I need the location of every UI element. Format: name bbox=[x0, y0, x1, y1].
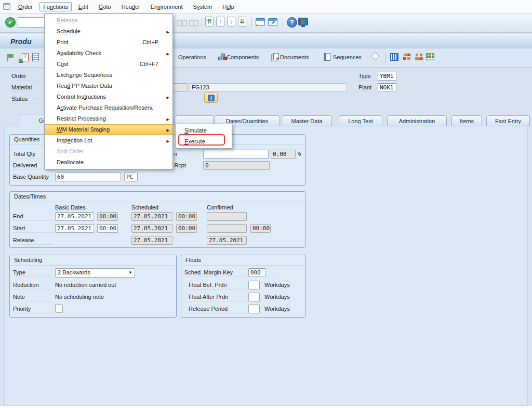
plant-field: NOK1 bbox=[378, 83, 396, 92]
release-order-icon[interactable] bbox=[5, 53, 16, 63]
tab-items[interactable]: Items bbox=[451, 115, 482, 126]
sequences-icon bbox=[324, 53, 330, 61]
first-page-icon[interactable] bbox=[205, 17, 214, 27]
menu-item-label: Cost bbox=[57, 59, 69, 70]
menu-item-label: Schedule bbox=[57, 26, 81, 37]
page-up-icon[interactable] bbox=[216, 17, 224, 27]
customize-layout-icon[interactable] bbox=[298, 18, 308, 25]
quantities-group-title: Quantities bbox=[14, 136, 40, 142]
help-icon[interactable] bbox=[287, 17, 297, 28]
float-bef-prdn-input[interactable] bbox=[248, 281, 260, 289]
floats-group: Floats Sched. Margin Key000Float Bef. Pr… bbox=[181, 255, 305, 318]
menu-item-print[interactable]: PrintCtrl+P bbox=[45, 37, 172, 48]
table-view-icon[interactable] bbox=[426, 53, 434, 60]
plant-label: Plant bbox=[358, 84, 376, 92]
documents-icon bbox=[271, 53, 279, 61]
menubar-item-order[interactable]: Order bbox=[15, 2, 36, 11]
start-label: Start bbox=[13, 225, 52, 233]
capacity-chart-icon[interactable] bbox=[390, 53, 398, 61]
start-scheduled-date-field: 27.05.2021 bbox=[131, 224, 172, 233]
menu-item-label: Deallocate bbox=[57, 157, 84, 168]
sap-window-icon[interactable] bbox=[3, 3, 10, 10]
sched-margin-key-input[interactable]: 000 bbox=[248, 268, 266, 277]
toolbar-separator bbox=[283, 18, 283, 28]
menubar-item-help[interactable]: Help bbox=[219, 2, 238, 11]
start-scheduled-time-field: 00:00 bbox=[176, 224, 197, 233]
submenu-arrow-icon: ▶ bbox=[167, 92, 169, 103]
hierarchy-icon[interactable] bbox=[403, 53, 414, 63]
start-basic-date-input[interactable]: 27.05.2021 bbox=[55, 224, 94, 233]
toolbar-button-components[interactable]: Components bbox=[227, 54, 259, 63]
personnel-icon[interactable] bbox=[415, 53, 425, 63]
menu-item-deallocate[interactable]: Deallocate bbox=[45, 157, 172, 168]
type-label: Type bbox=[358, 73, 376, 81]
menu-item-exchange-sequences[interactable]: Exchange Sequences bbox=[45, 70, 172, 81]
menu-item-availability-check[interactable]: Availability Check▶ bbox=[45, 48, 172, 59]
end-basic-date-input[interactable]: 27.05.2021 bbox=[55, 212, 94, 221]
scheduling-type-dropdown[interactable]: 2 Backwards bbox=[55, 268, 135, 278]
end-scheduled-date-field: 27.05.2021 bbox=[131, 212, 172, 221]
menubar-item-environment[interactable]: Environment bbox=[147, 2, 187, 11]
release-label: Release bbox=[13, 237, 52, 245]
find-next-icon[interactable] bbox=[188, 17, 198, 28]
create-shortcut-icon[interactable] bbox=[268, 18, 277, 26]
basic-dates-header: Basic Dates bbox=[55, 204, 86, 210]
note-label: Note bbox=[13, 294, 52, 301]
sched-margin-key-label: Sched. Margin Key bbox=[184, 269, 248, 277]
toolbar-separator bbox=[385, 53, 386, 63]
menu-item-wm-material-staging[interactable]: WM Material Staging▶ bbox=[45, 124, 172, 135]
start-basic-time-input[interactable]: 00:00 bbox=[97, 224, 118, 233]
release-confirmed-date-field: 27.05.2021 bbox=[207, 236, 247, 245]
float-after-prdn-input[interactable] bbox=[248, 293, 260, 301]
menu-item-inspection-lot[interactable]: Inspection Lot▶ bbox=[45, 135, 172, 146]
menu-item-split-order: Split Order bbox=[45, 146, 172, 157]
components-icon bbox=[218, 53, 226, 61]
scheduling-type-label: Type bbox=[13, 269, 52, 277]
tab-fast-entry[interactable]: Fast Entry bbox=[486, 115, 530, 126]
documents-overview-icon[interactable] bbox=[32, 53, 39, 61]
menubar-item-header[interactable]: Header bbox=[118, 2, 144, 11]
priority-input[interactable] bbox=[55, 305, 63, 313]
float-after-prdn-label: Float After Prdn bbox=[189, 294, 248, 301]
confirm-icon[interactable] bbox=[5, 17, 16, 28]
page-down-icon[interactable] bbox=[227, 17, 235, 27]
information-icon: i bbox=[208, 95, 215, 101]
tab-long-text[interactable]: Long Text bbox=[339, 115, 382, 126]
menubar-item-goto[interactable]: Goto bbox=[95, 2, 115, 11]
find-icon[interactable] bbox=[177, 17, 187, 28]
prt-icon[interactable] bbox=[371, 52, 380, 61]
toolbar-button-operations[interactable]: Operations bbox=[178, 54, 206, 63]
scrap-percent-field: 0.00 bbox=[271, 150, 296, 159]
menu-item-label: Availability Check bbox=[57, 48, 101, 59]
availability-check-icon[interactable] bbox=[19, 53, 29, 63]
release-period-input[interactable] bbox=[248, 305, 260, 313]
menu-item-schedule[interactable]: Schedule▶ bbox=[45, 26, 172, 37]
float-bef-prdn-unit-label: Workdays bbox=[264, 282, 290, 288]
menubar-item-edit[interactable]: Edit bbox=[75, 2, 92, 11]
base-quantity-unit-field[interactable]: PC bbox=[124, 173, 138, 181]
tab-administration[interactable]: Administration bbox=[387, 115, 447, 126]
toolbar-button-documents[interactable]: Documents bbox=[280, 54, 309, 63]
menu-item-activate-purchase-requisition-reserv[interactable]: Activate Purchase Requisition/Reserv. bbox=[45, 102, 172, 113]
release-period-unit-label: Workdays bbox=[264, 306, 290, 312]
new-session-icon[interactable] bbox=[256, 18, 265, 26]
menubar-item-system[interactable]: System bbox=[190, 2, 216, 11]
menu-item-control-instructions[interactable]: Control Instructions▶ bbox=[45, 91, 172, 102]
tab-master-data[interactable]: Master Data bbox=[282, 115, 332, 126]
menu-item-cost[interactable]: CostCtrl+F7 bbox=[45, 59, 172, 70]
last-page-icon[interactable] bbox=[238, 17, 246, 27]
float-after-prdn-unit-label: Workdays bbox=[264, 294, 290, 300]
end-scheduled-time-field: 00:00 bbox=[176, 212, 197, 221]
note-value: No scheduling note bbox=[55, 294, 104, 300]
status-information-button[interactable]: i bbox=[204, 93, 218, 103]
menu-item-restrict-processing[interactable]: Restrict Processing▶ bbox=[45, 113, 172, 124]
reduction-label: Reduction bbox=[13, 282, 52, 289]
scrap-portion-input[interactable] bbox=[203, 150, 269, 159]
menu-item-release: Release bbox=[45, 15, 172, 26]
menu-item-shortcut: Ctrl+F7 bbox=[140, 59, 158, 70]
menu-item-label: WM Material Staging bbox=[57, 125, 110, 135]
menu-item-read-pp-master-data[interactable]: Read PP Master Data bbox=[45, 81, 172, 91]
menubar-item-functions[interactable]: Functions bbox=[39, 2, 72, 11]
base-quantity-input[interactable]: 60 bbox=[55, 173, 121, 181]
toolbar-button-sequences[interactable]: Sequences bbox=[333, 54, 362, 63]
